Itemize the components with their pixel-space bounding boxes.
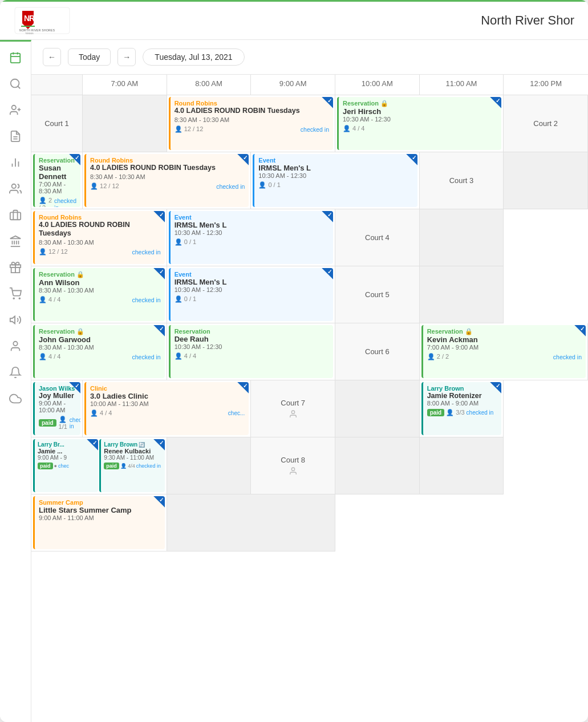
court7-11am-empty bbox=[167, 437, 252, 494]
sidebar-item-add-person[interactable] bbox=[4, 99, 27, 121]
sidebar-item-gift[interactable] bbox=[4, 256, 27, 279]
c2-res-cap: 2 / 2 bbox=[39, 197, 52, 207]
court6-9am-jason[interactable]: Jason Wilks Joy Muller 9:00 AM - 10:00 A… bbox=[31, 380, 83, 437]
svg-point-31 bbox=[13, 342, 17, 346]
court3-10am-event[interactable]: Event IRMSL Men's L 10:30 AM - 12:30 👤 0… bbox=[167, 209, 335, 266]
c6-clinic-time: 10:00 AM - 11:30 AM bbox=[90, 400, 245, 407]
court1-10am-reservation[interactable]: Reservation 🔒 Jeri Hirsch 10:30 AM - 12:… bbox=[335, 95, 504, 152]
check-corner-c2-event bbox=[402, 154, 417, 170]
court2-7am-reservation[interactable]: Reservation Susan Dennett 7:00 AM - 8:30… bbox=[31, 152, 83, 209]
c4-res-cap: 4 / 4 bbox=[48, 296, 60, 303]
sidebar-item-bell[interactable] bbox=[4, 361, 27, 384]
app-container: NRS NORTH RIVER SHORES TENNIS North Rive… bbox=[0, 0, 588, 722]
svg-rect-5 bbox=[11, 54, 21, 63]
court7-7am-empty bbox=[335, 380, 420, 437]
check-corner-c7-larry bbox=[485, 382, 501, 398]
svg-point-19 bbox=[12, 184, 16, 188]
c7-larry3-type: Larry Brown bbox=[104, 441, 137, 448]
svg-marker-26 bbox=[10, 236, 21, 239]
sidebar-item-cart[interactable] bbox=[4, 282, 27, 305]
c6-clinic-cap: 4 / 4 bbox=[100, 409, 112, 416]
sidebar-item-document[interactable] bbox=[4, 125, 27, 148]
c2-event-cap: 0 / 1 bbox=[268, 181, 280, 188]
c6-res-type: Reservation 🔒 bbox=[427, 328, 582, 335]
sidebar bbox=[0, 40, 31, 722]
court8-person-icon bbox=[289, 467, 298, 476]
court3-7am-empty bbox=[504, 152, 588, 209]
c4-res-type: Reservation 🔒 bbox=[39, 271, 161, 278]
court1-8am-robin[interactable]: Round Robins 4.0 LADIES ROUND ROBIN Tues… bbox=[167, 95, 335, 152]
svg-point-11 bbox=[12, 106, 16, 109]
court2-8am-robin[interactable]: Round Robins 4.0 LADIES ROUND ROBIN Tues… bbox=[83, 152, 251, 209]
check-corner-c2-res bbox=[64, 154, 80, 170]
c8-camp-type: Summer Camp bbox=[39, 499, 161, 506]
court4-10am-event[interactable]: Event IRMSL Men's L 10:30 AM - 12:30 👤 0… bbox=[167, 266, 335, 323]
court7-8am-larry[interactable]: Larry Brown Jamie Rotenizer 8:00 AM - 9:… bbox=[420, 380, 504, 437]
court7-9am-split: Larry Br... Jamie ... 9:00 AM - 9 paid ●… bbox=[31, 437, 167, 494]
c2-robin-name: 4.0 LADIES ROUND ROBIN Tuesdays bbox=[90, 164, 245, 172]
check-corner-c8-camp bbox=[149, 496, 165, 512]
check-corner-c6-jason bbox=[64, 382, 80, 398]
court2-10am-event[interactable]: Event IRMSL Men's L 10:30 AM - 12:30 👤 0… bbox=[251, 152, 419, 209]
svg-line-10 bbox=[18, 86, 20, 88]
check-corner-c4-event bbox=[317, 268, 333, 284]
c2-robin-type: Round Robins bbox=[90, 157, 245, 164]
svg-point-30 bbox=[19, 298, 20, 299]
check-corner-c5-res bbox=[149, 325, 165, 341]
c1-res-type: Reservation 🔒 bbox=[343, 100, 497, 107]
court5-label: Court 5 bbox=[335, 266, 420, 323]
court8-label: Court 8 bbox=[251, 437, 335, 494]
court7-person-icon bbox=[289, 409, 298, 419]
c6-clinic-name: 3.0 Ladies Clinic bbox=[90, 392, 245, 400]
sidebar-item-bank[interactable] bbox=[4, 230, 27, 253]
court5-10am-reservation[interactable]: Reservation Dee Rauh 10:30 AM - 12:30 👤 … bbox=[167, 323, 335, 380]
check-corner-c6-clinic bbox=[233, 382, 249, 398]
c5-res-cap: 4 / 4 bbox=[48, 353, 60, 360]
court5-8am-reservation[interactable]: Reservation 🔒 John Garwood 8:30 AM - 10:… bbox=[31, 323, 167, 380]
check-corner-c1-robin bbox=[317, 97, 333, 113]
c6-jason-paid: paid bbox=[39, 419, 56, 427]
svg-text:TENNIS: TENNIS bbox=[25, 32, 34, 35]
sidebar-item-search[interactable] bbox=[4, 72, 27, 95]
sidebar-item-cloud[interactable] bbox=[4, 387, 27, 410]
c1-robin-name: 4.0 LADIES ROUND ROBIN Tuesdays bbox=[175, 107, 329, 115]
main-layout: ← Today → Tuesday, Jul 13, 2021 7:00 AM … bbox=[0, 40, 588, 722]
svg-point-32 bbox=[291, 411, 294, 413]
time-header-12pm: 12:00 PM bbox=[504, 75, 588, 95]
court1-label: Court 1 bbox=[31, 95, 83, 152]
sidebar-item-megaphone[interactable] bbox=[4, 309, 27, 331]
court7-9am-larry3[interactable]: Larry Brown 🔄 Renee Kulbacki 9:30 AM - 1… bbox=[99, 439, 164, 492]
court6-10am-clinic[interactable]: Clinic 3.0 Ladies Clinic 10:00 AM - 11:3… bbox=[83, 380, 251, 437]
c4-event-time: 10:30 AM - 12:30 bbox=[175, 286, 329, 293]
time-header-9am: 9:00 AM bbox=[251, 75, 335, 95]
court8-8am-empty bbox=[420, 437, 504, 494]
sidebar-item-calendar[interactable] bbox=[4, 46, 27, 69]
check-corner-c6-res bbox=[570, 325, 586, 341]
court6-7am-reservation[interactable]: Reservation 🔒 Kevin Ackman 7:00 AM - 9:0… bbox=[420, 323, 588, 380]
sidebar-item-idcard[interactable] bbox=[4, 204, 27, 226]
time-header-7am: 7:00 AM bbox=[83, 75, 167, 95]
court8-9am-summercamp[interactable]: Summer Camp Little Stars Summer Camp 9:0… bbox=[31, 494, 167, 551]
court4-7am-empty bbox=[420, 209, 504, 266]
sidebar-item-chart[interactable] bbox=[4, 151, 27, 174]
c6-clinic-type: Clinic bbox=[90, 385, 245, 392]
sidebar-item-person[interactable] bbox=[4, 335, 27, 358]
court7-9am-larry2[interactable]: Larry Br... Jamie ... 9:00 AM - 9 paid ●… bbox=[33, 439, 98, 492]
court4-8am-reservation[interactable]: Reservation 🔒 Ann Wilson 8:30 AM - 10:30… bbox=[31, 266, 167, 323]
c2-event-time: 10:30 AM - 12:30 bbox=[258, 172, 413, 179]
logo-area: NRS NORTH RIVER SHORES TENNIS bbox=[14, 6, 71, 35]
sidebar-item-group[interactable] bbox=[4, 177, 27, 200]
c3-event-time: 10:30 AM - 12:30 bbox=[175, 229, 329, 236]
court6-label: Court 6 bbox=[335, 323, 420, 380]
prev-button[interactable]: ← bbox=[43, 48, 61, 66]
c4-res-name: Ann Wilson bbox=[39, 278, 161, 287]
c5-res-time: 8:30 AM - 10:30 AM bbox=[39, 344, 161, 351]
court7-label-text: Court 7 bbox=[281, 399, 305, 407]
header-empty bbox=[31, 75, 83, 95]
next-button[interactable]: → bbox=[117, 48, 136, 66]
c3-robin-time: 8:30 AM - 10:30 AM bbox=[39, 239, 161, 246]
today-button[interactable]: Today bbox=[68, 48, 111, 66]
check-corner-c2-robin bbox=[233, 154, 249, 170]
c1-robin-cap: 12 / 12 bbox=[184, 125, 204, 132]
court3-8am-robin[interactable]: Round Robins 4.0 LADIES ROUND ROBIN Tues… bbox=[31, 209, 167, 266]
